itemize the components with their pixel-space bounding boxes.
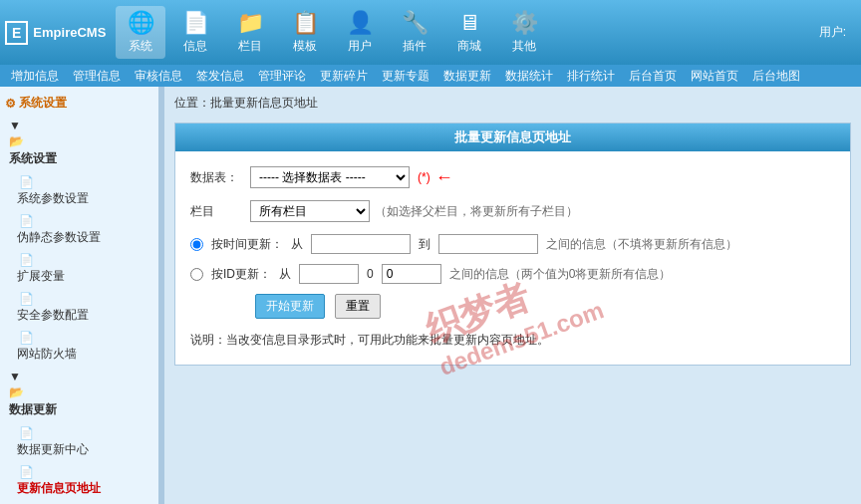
content-area: 位置：批量更新信息页地址 批量更新信息页地址 数据表： ----- 选择数据表 … [164, 87, 861, 504]
folder-label: 数据更新 [7, 400, 156, 419]
tree-item-data-update[interactable]: ▼📂数据更新 [0, 366, 158, 422]
main-layout: ⚙ 系统设置 ▼📂系统设置📄 系统参数设置📄 伪静态参数设置📄 扩展变量📄 安全… [0, 87, 861, 504]
tree-item-pseudo-static[interactable]: 📄 伪静态参数设置 [0, 210, 158, 249]
id-to-input[interactable] [382, 264, 441, 284]
datatable-label: 数据表： [190, 169, 250, 186]
system-icon: 🌐 [128, 10, 154, 36]
nav-item-template[interactable]: 📋模板 [280, 6, 330, 59]
second-nav-item[interactable]: 更新专题 [376, 66, 435, 87]
user-icon: 👤 [347, 10, 374, 36]
sidebar-title: ⚙ 系统设置 [0, 92, 158, 115]
folder-label: 系统设置 [7, 149, 156, 168]
tree-item-update-info-url[interactable]: 📄 更新信息页地址 [0, 461, 158, 500]
tree-link[interactable]: 📄 伪静态参数设置 [15, 212, 158, 247]
logo-box: E [5, 21, 28, 45]
note-text: 说明：当改变信息目录形式时，可用此功能来批量更新内容页地址。 [190, 331, 835, 350]
radio-time-label: 按时间更新： [211, 236, 283, 253]
doc-icon: 📄 [17, 252, 156, 268]
tree-item-sys-settings[interactable]: ▼📂系统设置 [0, 115, 158, 171]
id-update-row: 按ID更新： 从 0 之间的信息（两个值为0将更新所有信息） [190, 264, 835, 284]
doc-icon: 📄 [17, 464, 156, 480]
tree-item-remote-publish[interactable]: 📄 远程发布 [0, 500, 158, 504]
toggle-icon: ▼ [7, 369, 154, 384]
nav-label-column: 栏目 [238, 38, 262, 55]
id-from-input[interactable] [299, 264, 359, 284]
second-nav-item[interactable]: 排行统计 [561, 66, 621, 87]
tree-link[interactable]: 📄 安全参数配置 [15, 290, 158, 325]
second-nav-item[interactable]: 数据更新 [437, 66, 497, 87]
info-icon: 📄 [182, 10, 209, 36]
radio-time[interactable] [190, 238, 203, 251]
user-info: 用户: [819, 24, 856, 41]
tree-link[interactable]: 📄 更新信息页地址 [15, 463, 158, 498]
gear-icon: ⚙ [5, 97, 16, 111]
nav-item-other[interactable]: ⚙️其他 [499, 6, 549, 59]
column-row: 栏目 所有栏目 （如选择父栏目，将更新所有子栏目） [190, 200, 835, 222]
column-select[interactable]: 所有栏目 [250, 200, 370, 222]
nav-item-plugin[interactable]: 🔧插件 [390, 6, 439, 59]
second-nav-item[interactable]: 后台地图 [746, 66, 806, 87]
nav-label-system: 系统 [129, 38, 152, 55]
doc-icon: 📄 [17, 425, 156, 441]
nav-label-shop: 商城 [457, 38, 481, 55]
nav-label-plugin: 插件 [403, 38, 427, 55]
second-nav-item[interactable]: 更新碎片 [314, 66, 374, 87]
plugin-icon: 🔧 [402, 10, 429, 36]
second-nav-item[interactable]: 审核信息 [129, 66, 188, 87]
second-nav-item[interactable]: 网站首页 [685, 66, 744, 87]
from-label-time: 从 [291, 236, 303, 253]
second-nav-item[interactable]: 数据统计 [499, 66, 559, 87]
nav-item-user[interactable]: 👤用户 [335, 6, 385, 59]
logo: E EmpireCMS [5, 21, 106, 45]
nav-item-column[interactable]: 📁栏目 [225, 6, 275, 59]
radio-id-label: 按ID更新： [211, 266, 271, 283]
tree-item-security-params[interactable]: 📄 安全参数配置 [0, 288, 158, 327]
doc-icon: 📄 [17, 174, 156, 190]
second-nav-item[interactable]: 增加信息 [5, 66, 65, 87]
to-label-time: 到 [419, 236, 430, 253]
other-icon: ⚙️ [511, 10, 538, 36]
tree-item-firewall[interactable]: 📄 网站防火墙 [0, 327, 158, 366]
second-nav: 增加信息管理信息审核信息签发信息管理评论更新碎片更新专题数据更新数据统计排行统计… [0, 65, 861, 87]
second-nav-item[interactable]: 管理评论 [252, 66, 312, 87]
nav-label-user: 用户 [348, 38, 372, 55]
column-hint: （如选择父栏目，将更新所有子栏目） [375, 203, 578, 220]
datatable-select[interactable]: ----- 选择数据表 ----- [250, 166, 410, 188]
doc-icon: 📄 [17, 213, 156, 229]
breadcrumb: 位置：批量更新信息页地址 [174, 92, 851, 115]
nav-label-info: 信息 [183, 38, 207, 55]
content-panel: 批量更新信息页地址 数据表： ----- 选择数据表 ----- (*) ← 栏 [174, 123, 851, 366]
nav-item-info[interactable]: 📄信息 [170, 6, 220, 59]
nav-items: 🌐系统📄信息📁栏目📋模板👤用户🔧插件🖥商城⚙️其他 [116, 6, 549, 59]
second-nav-item[interactable]: 管理信息 [67, 66, 127, 87]
time-from-input[interactable] [311, 234, 411, 254]
tree-item-update-center[interactable]: 📄 数据更新中心 [0, 422, 158, 461]
template-icon: 📋 [292, 10, 319, 36]
id-hint: 之间的信息（两个值为0将更新所有信息） [449, 266, 672, 283]
toggle-icon: ▼ [7, 118, 154, 133]
reset-button[interactable]: 重置 [335, 294, 381, 319]
nav-item-shop[interactable]: 🖥商城 [444, 6, 494, 59]
sidebar-tree: ▼📂系统设置📄 系统参数设置📄 伪静态参数设置📄 扩展变量📄 安全参数配置📄 网… [0, 115, 158, 504]
panel-header: 批量更新信息页地址 [175, 124, 850, 151]
tree-link[interactable]: 📄 系统参数设置 [15, 173, 158, 208]
nav-item-system[interactable]: 🌐系统 [116, 6, 165, 59]
panel-body: 数据表： ----- 选择数据表 ----- (*) ← 栏目 所有栏目 [175, 151, 850, 365]
nav-label-other: 其他 [512, 38, 536, 55]
tree-link[interactable]: 📄 数据更新中心 [15, 424, 158, 459]
tree-item-sys-params[interactable]: 📄 系统参数设置 [0, 171, 158, 210]
logo-text: EmpireCMS [33, 25, 106, 40]
doc-icon: 📄 [17, 291, 156, 307]
column-control: 所有栏目 （如选择父栏目，将更新所有子栏目） [250, 200, 835, 222]
tree-link[interactable]: 📄 网站防火墙 [15, 329, 158, 364]
second-nav-item[interactable]: 后台首页 [623, 66, 683, 87]
radio-id[interactable] [190, 268, 203, 281]
second-nav-item[interactable]: 签发信息 [190, 66, 250, 87]
sidebar: ⚙ 系统设置 ▼📂系统设置📄 系统参数设置📄 伪静态参数设置📄 扩展变量📄 安全… [0, 87, 159, 504]
time-to-input[interactable] [438, 234, 538, 254]
time-hint: 之间的信息（不填将更新所有信息） [546, 236, 737, 253]
submit-button[interactable]: 开始更新 [255, 294, 325, 319]
tree-link[interactable]: 📄 扩展变量 [15, 251, 158, 286]
datatable-required: (*) [418, 170, 430, 184]
tree-item-ext-vars[interactable]: 📄 扩展变量 [0, 249, 158, 288]
